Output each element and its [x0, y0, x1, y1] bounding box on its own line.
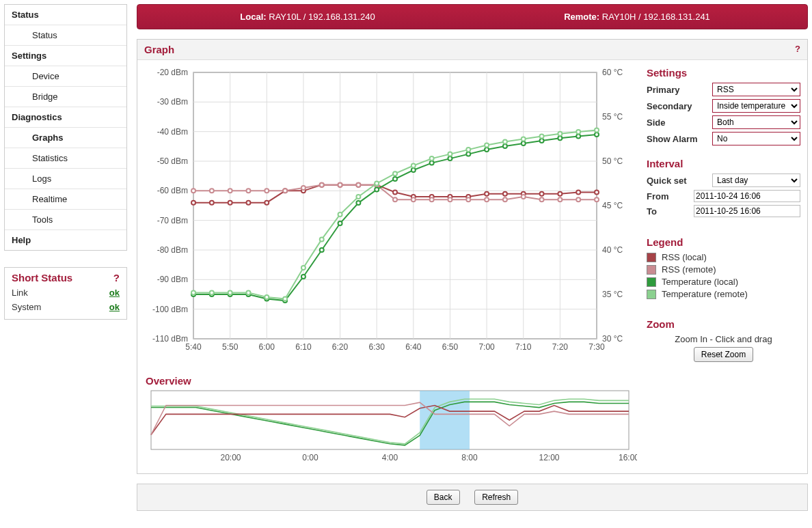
- nav-help[interactable]: Help: [5, 230, 126, 250]
- overview-chart[interactable]: 20:000:004:008:0012:0016:00: [143, 388, 637, 463]
- svg-point-123: [228, 290, 232, 294]
- svg-point-88: [430, 197, 434, 202]
- svg-text:20:00: 20:00: [220, 453, 241, 462]
- reset-zoom-button[interactable]: Reset Zoom: [694, 347, 753, 362]
- nav-bridge[interactable]: Bridge: [5, 87, 126, 107]
- svg-text:8:00: 8:00: [461, 453, 478, 462]
- svg-point-129: [338, 212, 342, 217]
- side-select[interactable]: Both: [712, 115, 800, 129]
- short-status-help-icon[interactable]: ?: [113, 272, 120, 283]
- legend-swatch: [647, 290, 656, 299]
- legend-label: RSS (local): [662, 252, 707, 262]
- svg-text:6:30: 6:30: [369, 342, 385, 352]
- secondary-label: Secondary: [647, 101, 709, 111]
- alarm-select[interactable]: No: [712, 132, 800, 145]
- svg-point-132: [393, 171, 397, 176]
- svg-text:50 °C: 50 °C: [602, 156, 623, 166]
- svg-text:6:10: 6:10: [295, 342, 312, 352]
- svg-point-124: [246, 290, 250, 294]
- svg-point-82: [320, 183, 324, 187]
- main-chart[interactable]: -20 dBm-30 dBm-40 dBm-50 dBm-60 dBm-70 d…: [143, 66, 637, 359]
- svg-point-90: [466, 197, 470, 202]
- svg-point-130: [356, 195, 360, 199]
- nav-statistics[interactable]: Statistics: [5, 148, 126, 169]
- nav-diagnostics[interactable]: Diagnostics: [5, 107, 126, 128]
- nav-status-sub[interactable]: Status: [5, 25, 126, 46]
- svg-text:5:50: 5:50: [222, 342, 239, 352]
- svg-point-84: [356, 183, 360, 187]
- svg-point-86: [393, 197, 397, 202]
- nav-graphs[interactable]: Graphs: [5, 128, 126, 148]
- secondary-select[interactable]: Inside temperature: [712, 99, 800, 113]
- svg-text:-100 dBm: -100 dBm: [152, 305, 188, 314]
- from-input[interactable]: [694, 190, 800, 202]
- short-status-title: Short Status: [12, 272, 72, 283]
- zoom-heading: Zoom: [647, 318, 800, 330]
- legend-label: RSS (remote): [662, 264, 716, 275]
- nav-settings[interactable]: Settings: [5, 46, 126, 66]
- svg-text:-50 dBm: -50 dBm: [157, 156, 188, 166]
- svg-point-72: [558, 192, 562, 196]
- primary-select[interactable]: RSS: [712, 83, 800, 96]
- svg-point-93: [522, 195, 526, 199]
- svg-text:4:00: 4:00: [382, 453, 398, 462]
- quickset-select[interactable]: Last day: [712, 173, 800, 187]
- nav-tools[interactable]: Tools: [5, 210, 126, 230]
- svg-text:7:10: 7:10: [515, 342, 532, 352]
- svg-text:5:40: 5:40: [185, 342, 202, 352]
- svg-text:-60 dBm: -60 dBm: [157, 186, 188, 195]
- svg-text:-90 dBm: -90 dBm: [157, 275, 188, 284]
- svg-point-69: [503, 192, 507, 196]
- from-label: From: [647, 191, 691, 202]
- svg-point-63: [393, 191, 397, 195]
- back-button[interactable]: Back: [427, 490, 460, 505]
- svg-rect-0: [193, 72, 597, 339]
- svg-point-96: [576, 197, 580, 202]
- zoom-hint: Zoom In - Click and drag: [647, 334, 800, 344]
- svg-point-113: [466, 152, 470, 156]
- svg-point-91: [485, 197, 489, 202]
- nav-status[interactable]: Status: [5, 5, 126, 25]
- svg-text:-70 dBm: -70 dBm: [157, 216, 188, 225]
- legend-item: Temperature (local): [647, 277, 800, 287]
- svg-point-53: [210, 201, 214, 205]
- legend-swatch: [647, 277, 656, 287]
- short-status-key: Link: [12, 288, 28, 298]
- svg-point-119: [576, 135, 580, 139]
- to-input[interactable]: [694, 205, 800, 217]
- svg-text:-40 dBm: -40 dBm: [157, 127, 188, 137]
- svg-point-92: [503, 197, 507, 202]
- to-label: To: [647, 206, 691, 217]
- nav-logs[interactable]: Logs: [5, 169, 126, 189]
- svg-text:6:40: 6:40: [405, 342, 422, 352]
- topbar-local[interactable]: Local: RAY10L / 192.168.131.240: [143, 12, 472, 22]
- topbar-remote[interactable]: Remote: RAY10H / 192.168.131.241: [472, 12, 802, 22]
- svg-point-107: [356, 201, 360, 205]
- short-status-val[interactable]: ok: [109, 302, 120, 312]
- svg-text:40 °C: 40 °C: [602, 245, 623, 255]
- svg-point-127: [301, 266, 306, 270]
- svg-text:55 °C: 55 °C: [602, 112, 623, 122]
- topbar: Local: RAY10L / 192.168.131.240 Remote: …: [137, 4, 808, 29]
- svg-point-104: [301, 275, 306, 279]
- nav-realtime[interactable]: Realtime: [5, 189, 126, 210]
- svg-point-141: [558, 132, 562, 136]
- svg-point-126: [283, 297, 287, 301]
- legend-label: Temperature (remote): [662, 289, 748, 299]
- svg-point-94: [540, 197, 544, 202]
- graph-help-icon[interactable]: ?: [795, 44, 800, 55]
- svg-rect-144: [151, 391, 629, 449]
- legend-swatch: [647, 253, 656, 262]
- svg-point-116: [522, 141, 526, 145]
- svg-point-118: [558, 136, 562, 140]
- refresh-button[interactable]: Refresh: [474, 490, 518, 505]
- svg-text:7:30: 7:30: [588, 342, 605, 352]
- svg-text:60 °C: 60 °C: [602, 68, 623, 77]
- graph-card-title: Graph: [144, 44, 174, 55]
- nav-device[interactable]: Device: [5, 66, 126, 87]
- short-status-val[interactable]: ok: [109, 288, 120, 298]
- legend-item: RSS (local): [647, 252, 800, 262]
- footer: Back Refresh: [137, 484, 808, 511]
- svg-text:45 °C: 45 °C: [602, 201, 623, 210]
- svg-point-131: [375, 182, 379, 186]
